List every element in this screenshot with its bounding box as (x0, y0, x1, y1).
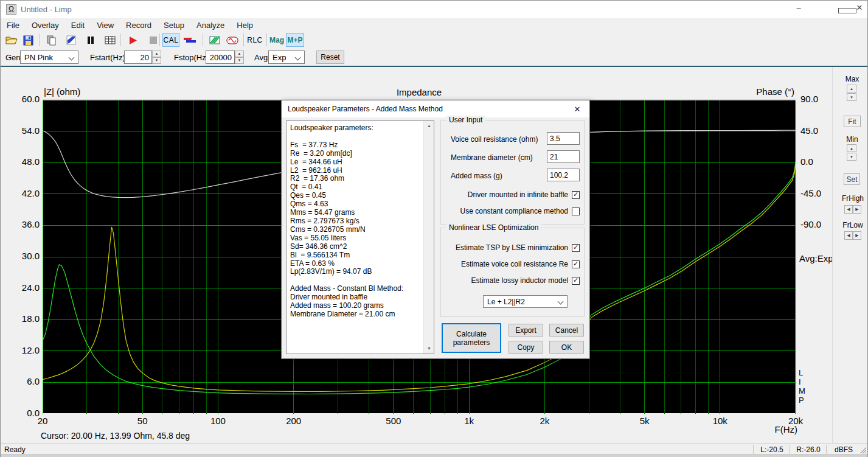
resize-grip[interactable] (860, 447, 866, 453)
edit-pen-button[interactable] (64, 33, 78, 47)
save-button[interactable] (21, 33, 35, 47)
check-icon: ✓ (573, 190, 578, 198)
menu-item-record[interactable]: Record (120, 19, 158, 31)
scroll-up-icon[interactable]: ▲ (424, 121, 434, 131)
magnitude-phase-view-button[interactable]: M+P (286, 33, 304, 47)
added-mass-input[interactable]: 100.2 (547, 169, 580, 181)
copy-button[interactable] (44, 33, 59, 47)
x-axis-tick: 100 (203, 416, 233, 426)
x-axis-tick: 20k (780, 416, 811, 426)
inductor-model-value: Le + L2||R2 (487, 298, 525, 306)
copy-button-dialog[interactable]: Copy (509, 341, 543, 354)
baffle-checkbox[interactable]: ✓ (572, 191, 580, 199)
membrane-diameter-label: Membrane diameter (cm) (451, 153, 533, 162)
user-input-group-label: User Input (446, 116, 485, 124)
calculate-parameters-button[interactable]: Calculate parameters (442, 323, 501, 353)
menu-item-analyze[interactable]: Analyze (190, 19, 231, 31)
spin-down-icon[interactable]: ▼ (235, 57, 244, 64)
ok-button[interactable]: OK (549, 341, 584, 354)
fstop-spinner[interactable]: ▲ ▼ (235, 51, 244, 64)
lossy-inductor-checkbox-row[interactable]: Estimate lossy inductor model ✓ (440, 276, 580, 285)
baffle-checkbox-row[interactable]: Driver mounted in infinite baffle ✓ (440, 190, 580, 199)
open-file-button[interactable] (4, 33, 19, 47)
magnitude-view-button[interactable]: Mag (269, 33, 285, 47)
y-axis-tick-left: 18.0 (12, 313, 40, 324)
frhigh-left-button[interactable]: ◀ (844, 205, 853, 214)
frlow-right-button[interactable]: ▶ (853, 231, 861, 240)
compliance-checkbox-label: Use constant compliance method (460, 207, 568, 215)
sine-wave-icon (226, 37, 238, 44)
compliance-checkbox[interactable]: ✓ (572, 208, 580, 215)
export-button[interactable]: Export (509, 324, 543, 337)
gen-label: Gen (5, 53, 21, 62)
spin-up-icon[interactable]: ▲ (235, 51, 244, 57)
spin-down-icon[interactable]: ▼ (152, 57, 161, 64)
reset-button[interactable]: Reset (316, 51, 344, 64)
ok-label: OK (561, 343, 572, 352)
menu-item-file[interactable]: File (1, 19, 26, 31)
cursor-readout: Cursor: 20.00 Hz, 13.99 Ohm, 45.8 deg (41, 431, 190, 441)
membrane-diameter-input[interactable]: 21 (547, 150, 580, 163)
estimate-re-checkbox-label: Estimate voice coil resistance Re (461, 260, 568, 268)
x-axis-tick: 10k (705, 416, 735, 426)
set-button[interactable]: Set (844, 173, 860, 185)
min-up-button[interactable]: ▲ (847, 144, 856, 152)
y-axis-tick-right: 45.0 (800, 125, 831, 136)
tsp-lse-checkbox-row[interactable]: Estimate TSP by LSE minimization ✓ (440, 243, 580, 252)
y-axis-tick-left: 60.0 (12, 94, 40, 104)
voice-coil-resistance-input[interactable]: 3.5 (547, 132, 580, 145)
menu-item-view[interactable]: View (91, 19, 120, 31)
pause-button[interactable] (83, 33, 98, 47)
check-icon: ✓ (573, 260, 578, 268)
table-view-button[interactable] (103, 33, 117, 47)
compliance-checkbox-row[interactable]: Use constant compliance method ✓ (440, 207, 580, 215)
estimate-re-checkbox[interactable]: ✓ (572, 260, 580, 268)
y-axis-tick-left: 30.0 (12, 251, 40, 261)
menu-item-edit[interactable]: Edit (65, 19, 91, 31)
frlow-left-button[interactable]: ◀ (844, 231, 853, 240)
dialog-close-button[interactable]: ✕ (565, 100, 589, 117)
max-down-button[interactable]: ▼ (847, 93, 856, 101)
min-down-button[interactable]: ▼ (847, 153, 856, 161)
fstop-input[interactable]: 20000 (206, 51, 235, 64)
generator-button[interactable] (225, 33, 240, 47)
mp-label: M+P (287, 36, 302, 44)
parameters-text-area[interactable]: Loudspeaker parameters: Fs = 37.73 Hz Re… (286, 120, 434, 354)
menu-item-setup[interactable]: Setup (158, 19, 190, 31)
generator-type-select[interactable]: PN Pink (20, 51, 78, 64)
signal-flag-button[interactable] (182, 33, 197, 47)
record-start-button[interactable] (126, 33, 141, 47)
toolbar-separator (203, 33, 203, 46)
text-scrollbar[interactable]: ▲ ▼ (423, 121, 434, 354)
lossy-inductor-checkbox[interactable]: ✓ (572, 277, 580, 285)
calibrate-button[interactable]: CAL (162, 33, 179, 47)
frhigh-right-button[interactable]: ▶ (853, 205, 861, 214)
spectrum-button[interactable] (207, 33, 222, 47)
rlc-meter-button[interactable]: RLC (246, 33, 263, 47)
close-button[interactable]: ✕ (850, 3, 868, 12)
menu-item-help[interactable]: Help (231, 19, 259, 31)
y-axis-tick-left: 42.0 (12, 188, 40, 198)
status-separator (790, 445, 790, 454)
play-icon (129, 36, 137, 45)
y-axis-tick-left: 24.0 (12, 282, 40, 293)
check-icon: ✓ (573, 276, 578, 284)
fstart-spinner[interactable]: ▲ ▼ (152, 51, 161, 64)
max-up-button[interactable]: ▲ (847, 85, 856, 92)
menu-item-overlay[interactable]: Overlay (26, 19, 65, 31)
record-stop-button[interactable] (146, 33, 161, 47)
minimize-button[interactable]: – (790, 3, 808, 12)
estimate-re-checkbox-row[interactable]: Estimate voice coil resistance Re ✓ (440, 260, 580, 268)
fit-label: Fit (848, 117, 856, 126)
inductor-model-select[interactable]: Le + L2||R2 (483, 295, 568, 308)
fstart-input[interactable]: 20 (124, 51, 152, 64)
spin-up-icon[interactable]: ▲ (152, 51, 161, 57)
avg-select[interactable]: Exp (268, 51, 305, 64)
membrane-diameter-value: 21 (550, 153, 558, 161)
cancel-button[interactable]: Cancel (549, 324, 584, 337)
fit-button[interactable]: Fit (844, 116, 861, 127)
dialog-title-bar[interactable]: Loudspeaker Parameters - Added Mass Meth… (282, 100, 589, 117)
tsp-lse-checkbox[interactable]: ✓ (572, 244, 580, 252)
toolbar: CAL RLC Mag M+P (1, 32, 867, 49)
scroll-down-icon[interactable]: ▼ (424, 344, 434, 354)
